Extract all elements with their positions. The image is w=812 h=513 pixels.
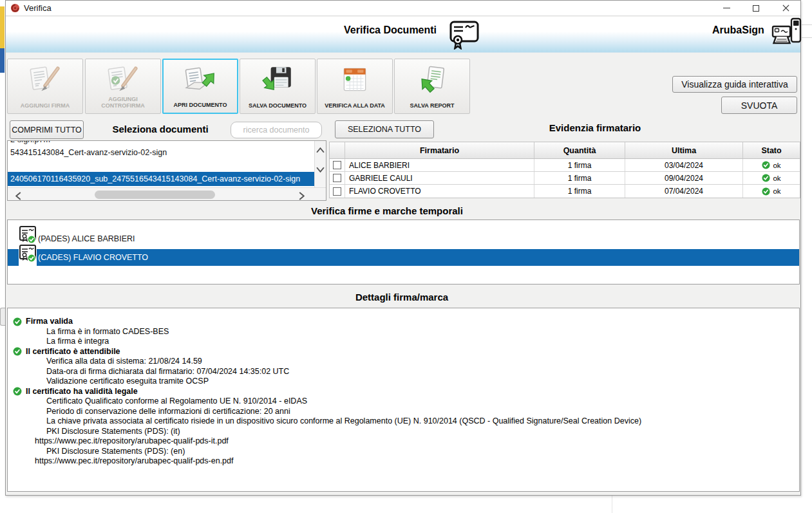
toolbar-button-aggiungi-controfirma[interactable]: AGGIUNGI CONTROFIRMA (85, 59, 161, 114)
detail-line: Data-ora di firma dichiarata dal firmata… (8, 367, 799, 377)
detail-line: Certificato Qualificato conforme al Rego… (8, 396, 799, 407)
open-document-icon (183, 65, 218, 98)
detail-line: Validazione certificato eseguita tramite… (8, 377, 799, 387)
save-floppy-icon (260, 64, 295, 98)
minimize-button[interactable] (712, 1, 741, 15)
column-header-checkbox (330, 142, 345, 158)
green-check-icon (762, 187, 770, 196)
background-explorer-window: Data (D:) (0, 496, 812, 513)
header: Verifica Documenti ArubaSign (6, 17, 800, 53)
scroll-right-icon[interactable] (299, 192, 305, 200)
signature-item[interactable]: (PADES) ALICE BARBIERI (8, 230, 799, 247)
toolbar-button-salva-documento[interactable]: SALVA DOCUMENTO (240, 59, 316, 114)
background-divider (612, 496, 612, 513)
document-item-clipped[interactable]: 2-sign.p7m (10, 140, 50, 144)
signer-quantity: 1 firma (534, 172, 625, 184)
signers-table: Firmatario Quantità Ultima Stato ALICE B… (329, 142, 800, 198)
signer-date: 07/04/2024 (625, 185, 743, 198)
column-header-quantita[interactable]: Quantità (534, 142, 625, 158)
column-header-stato[interactable]: Stato (743, 142, 800, 158)
status-badge: ok (762, 187, 780, 196)
detail-heading: Il certificato è attendibile (8, 347, 799, 357)
window-controls (712, 1, 800, 15)
background-window-sliver-yellow (0, 6, 5, 48)
signer-quantity: 1 firma (534, 185, 625, 198)
app-icon (10, 3, 20, 13)
smartcard-reader-icon (771, 17, 802, 50)
signature-label: (CADES) FLAVIO CROVETTO (38, 253, 148, 262)
guide-button[interactable]: Visualizza guida interattiva (672, 76, 797, 93)
calendar-icon (337, 64, 372, 98)
document-item-selected[interactable]: 240506170116435920_sub_24755165434151430… (8, 172, 326, 186)
detail-link: https://www.pec.it/repository/arubapec-q… (8, 436, 799, 447)
certificate-check-icon (19, 244, 37, 266)
signer-row[interactable]: FLAVIO CROVETTO 1 firma 07/04/2024 ok (330, 185, 800, 198)
signer-date: 03/04/2024 (625, 159, 743, 171)
row-checkbox[interactable] (333, 161, 341, 169)
column-header-firmatario[interactable]: Firmatario (345, 142, 534, 158)
maximize-button[interactable] (741, 1, 771, 15)
signature-label: (PADES) ALICE BARBIERI (38, 234, 135, 243)
documents-section-title: Seleziona documenti (77, 124, 244, 135)
detail-line: PKI Disclosure Statements (PDS): (en) (8, 447, 799, 457)
green-check-icon (13, 317, 22, 326)
detail-line: La chiave privata associata al certifica… (8, 416, 799, 427)
document-item[interactable]: 543415143084_Cert-avanz-servizio-02-sign (8, 147, 316, 158)
vertical-scrollbar[interactable] (314, 141, 326, 187)
toolbar-button-apri-documento[interactable]: APRI DOCUMENTO (162, 59, 238, 114)
window-title: Verifica (24, 3, 52, 13)
signature-item-selected[interactable]: (CADES) FLAVIO CROVETTO (8, 249, 799, 266)
detail-line: PKI Disclosure Statements (PDS): (it) (8, 427, 799, 437)
select-all-button[interactable]: SELEZIONA TUTTO (335, 120, 434, 138)
row-checkbox[interactable] (333, 174, 341, 182)
clear-button[interactable]: SVUOTA (721, 97, 797, 114)
green-check-icon (762, 161, 770, 169)
signatures-list: (PADES) ALICE BARBIERI (CADES) FLAVIO CR… (7, 219, 800, 284)
detail-line: La firma è integra (8, 337, 799, 347)
document-search-input[interactable] (231, 122, 322, 138)
save-report-icon (415, 64, 449, 98)
details-panel: Firma valida La firma è in formato CADES… (7, 308, 800, 492)
scroll-down-icon[interactable] (316, 167, 325, 173)
horizontal-scrollbar[interactable] (8, 187, 326, 201)
signer-row[interactable]: GABRIELE CAULI 1 firma 09/04/2024 ok (330, 172, 800, 185)
row-checkbox[interactable] (333, 187, 341, 196)
brand-title: ArubaSign (712, 24, 764, 36)
scrollbar-thumb[interactable] (95, 191, 215, 199)
titlebar: Verifica (6, 1, 800, 16)
detail-heading: Firma valida (8, 317, 799, 327)
signers-section-title: Evidenzia firmatario (502, 122, 688, 133)
green-check-icon (13, 347, 22, 356)
toolbar-button-verifica-alla-data[interactable]: VERIFICA ALLA DATA (317, 59, 393, 114)
countersign-pen-icon (106, 64, 140, 98)
background-line (802, 24, 812, 25)
detail-line: Verifica alla data di sistema: 21/08/24 … (8, 357, 799, 367)
status-text: ok (773, 187, 780, 195)
detail-heading: Il certificato ha validità legale (8, 387, 799, 397)
status-badge: ok (762, 161, 780, 169)
collapse-all-button[interactable]: COMPRIMI TUTTO (10, 120, 84, 139)
background-window-sliver-blue (0, 48, 5, 73)
signatures-section-title: Verifica firme e marche temporali (6, 205, 768, 216)
app-window: Verifica Verifica Documenti (5, 0, 801, 496)
column-header-ultima[interactable]: Ultima (625, 142, 743, 158)
document-list: 2-sign.p7m 543415143084_Cert-avanz-servi… (7, 140, 326, 201)
signers-table-header: Firmatario Quantità Ultima Stato (330, 142, 800, 159)
sign-pen-icon (28, 64, 62, 98)
signer-row[interactable]: ALICE BARBIERI 1 firma 03/04/2024 ok (330, 159, 800, 172)
close-icon (782, 5, 789, 12)
status-text: ok (773, 174, 780, 182)
detail-line: La firma è in formato CADES-BES (8, 327, 799, 337)
close-button[interactable] (771, 1, 800, 15)
toolbar-button-aggiungi-firma[interactable]: AGGIUNGI FIRMA (7, 59, 83, 114)
maximize-icon (753, 5, 759, 12)
detail-link: https://www.pec.it/repository/arubapec-q… (8, 456, 799, 467)
scroll-up-icon[interactable] (316, 147, 325, 153)
status-badge: ok (762, 174, 780, 182)
minimize-icon (723, 8, 730, 8)
signer-name: GABRIELE CAULI (345, 172, 534, 184)
signer-name: FLAVIO CROVETTO (345, 185, 534, 198)
scroll-left-icon[interactable] (15, 192, 21, 200)
toolbar-button-salva-report[interactable]: SALVA REPORT (394, 59, 470, 114)
green-check-icon (13, 387, 22, 396)
